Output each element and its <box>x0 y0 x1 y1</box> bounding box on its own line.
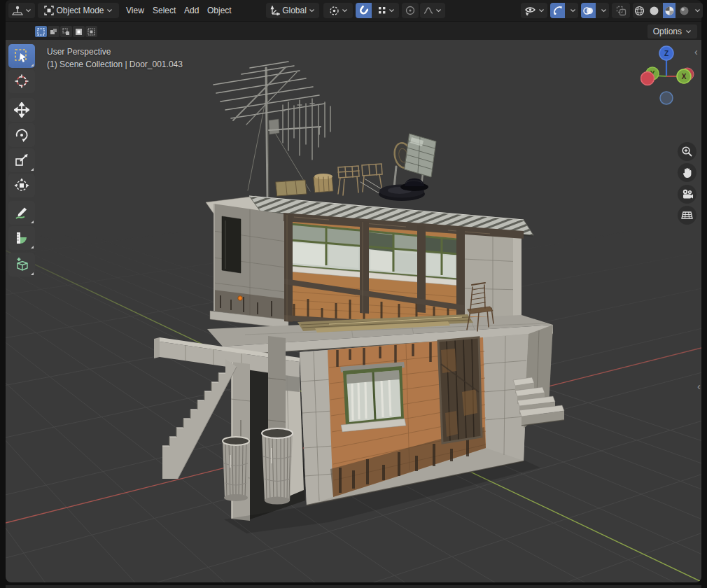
shading-wireframe-button[interactable] <box>633 3 645 18</box>
gizmos-controls <box>550 3 578 18</box>
transform-orientation-dropdown[interactable]: Global <box>266 3 319 18</box>
3d-viewport[interactable]: User Perspective (1) Scene Collection | … <box>6 40 701 582</box>
options-label: Options <box>653 27 682 36</box>
chevron-down-icon <box>435 8 442 13</box>
chevron-down-icon <box>570 8 576 13</box>
rotate-icon <box>14 127 29 143</box>
snap-settings-dropdown[interactable] <box>374 3 399 18</box>
xray-icon <box>616 6 626 16</box>
gizmo-axis-x-neg[interactable] <box>641 72 654 85</box>
object-visibility-dropdown[interactable] <box>521 3 547 18</box>
proportional-falloff-dropdown[interactable] <box>420 3 445 18</box>
editor-divider <box>6 585 701 588</box>
chevron-down-icon <box>106 8 113 13</box>
gizmo-axis-x[interactable]: X <box>677 68 694 83</box>
viewport-info-text: User Perspective (1) Scene Collection | … <box>47 46 183 71</box>
pan-button[interactable] <box>678 163 696 182</box>
menu-object[interactable]: Object <box>203 0 236 21</box>
tool-settings-bar: Options <box>6 21 701 40</box>
door[interactable] <box>438 337 482 443</box>
menu-add[interactable]: Add <box>180 0 203 21</box>
ground-floor[interactable] <box>300 334 528 505</box>
overlays-controls <box>581 3 609 18</box>
tool-select-box[interactable] <box>8 44 35 68</box>
building-model[interactable] <box>154 62 564 533</box>
chevron-down-icon <box>342 8 348 13</box>
select-mode-extend[interactable] <box>48 26 59 37</box>
chevron-down-icon <box>685 29 692 34</box>
select-subtract-icon <box>62 28 70 36</box>
grid-icon <box>681 209 693 221</box>
shading-mode-switch <box>633 3 703 18</box>
visibility-eye-icon <box>524 6 536 15</box>
tool-transform[interactable] <box>8 174 35 197</box>
ground-window[interactable] <box>340 362 406 432</box>
upper-left-wall[interactable] <box>210 204 288 328</box>
solid-sphere-icon <box>649 6 659 16</box>
snap-increment-icon <box>378 6 386 15</box>
collapse-gizmo-arrow[interactable]: ‹ <box>694 47 698 57</box>
add-cube-icon <box>14 257 29 272</box>
pivot-point-icon <box>329 6 340 16</box>
object-mode-icon <box>44 6 54 15</box>
scale-icon <box>14 153 29 168</box>
tool-add-cube[interactable] <box>8 253 35 276</box>
shading-material-button[interactable] <box>663 3 676 18</box>
chevron-down-icon <box>25 8 31 13</box>
gizmo-axis-z-neg[interactable] <box>660 92 673 104</box>
editor-type-3d-viewport-icon <box>12 6 23 15</box>
rooftop-furniture[interactable] <box>276 164 391 196</box>
editor-type-button[interactable] <box>8 3 35 18</box>
move-icon <box>14 102 29 118</box>
gizmo-settings-dropdown[interactable] <box>567 3 578 18</box>
pivot-point-dropdown[interactable] <box>323 3 353 18</box>
select-mode-invert[interactable] <box>73 26 85 37</box>
antenna-array[interactable] <box>214 62 330 197</box>
camera-view-button[interactable] <box>678 185 696 204</box>
select-mode-intersect[interactable] <box>85 26 97 37</box>
tool-cursor[interactable] <box>8 69 35 93</box>
shading-settings-dropdown[interactable] <box>693 3 703 18</box>
gizmo-axis-z[interactable]: Z <box>659 46 673 60</box>
gizmo-z-label: Z <box>664 50 668 57</box>
sidebar-toggle-arrow[interactable]: ‹ <box>697 382 701 391</box>
rooftop-clutter[interactable] <box>214 62 436 201</box>
breadcrumb: (1) Scene Collection | Door_001.043 <box>47 58 183 71</box>
shading-rendered-button[interactable] <box>678 3 690 18</box>
overlays-settings-dropdown[interactable] <box>598 3 609 18</box>
menu-select[interactable]: Select <box>148 0 180 21</box>
options-dropdown[interactable]: Options <box>648 24 697 38</box>
select-mode-subtract[interactable] <box>60 26 72 37</box>
blender-window: User Perspective (1) Scene Collection | … <box>0 0 707 588</box>
3d-scene[interactable] <box>6 40 701 582</box>
tool-annotate[interactable] <box>8 201 35 225</box>
orientation-label: Global <box>282 6 307 15</box>
chevron-down-icon <box>309 8 315 13</box>
toggle-xray-button[interactable] <box>612 3 630 18</box>
rendered-sphere-icon <box>679 6 690 16</box>
shading-solid-button[interactable] <box>648 3 660 18</box>
show-gizmo-toggle[interactable] <box>550 3 565 18</box>
tool-measure[interactable] <box>8 226 35 250</box>
viewport-header: Object Mode View Select Add Object Globa… <box>6 0 701 21</box>
navigation-gizmo[interactable]: Z Y X <box>640 43 696 110</box>
camera-icon <box>681 188 694 201</box>
tool-rotate[interactable] <box>8 123 35 147</box>
view-label: User Perspective <box>47 46 183 58</box>
tire-and-hat[interactable] <box>379 178 428 201</box>
zoom-button[interactable] <box>678 142 696 161</box>
menu-view[interactable]: View <box>122 0 148 21</box>
select-mode-new[interactable] <box>35 26 47 37</box>
cursor-icon <box>14 74 29 89</box>
tool-move[interactable] <box>8 98 35 122</box>
zoom-icon <box>681 146 693 158</box>
tool-scale[interactable] <box>8 148 35 172</box>
snap-toggle-button[interactable] <box>356 3 372 18</box>
toggle-perspective-button[interactable] <box>678 206 696 225</box>
show-overlays-toggle[interactable] <box>581 3 596 18</box>
proportional-editing-button[interactable] <box>402 3 419 18</box>
mode-dropdown[interactable]: Object Mode <box>38 3 119 18</box>
select-extend-icon <box>50 28 57 36</box>
origin-point-dot[interactable] <box>238 296 242 300</box>
select-invert-icon <box>75 28 83 36</box>
